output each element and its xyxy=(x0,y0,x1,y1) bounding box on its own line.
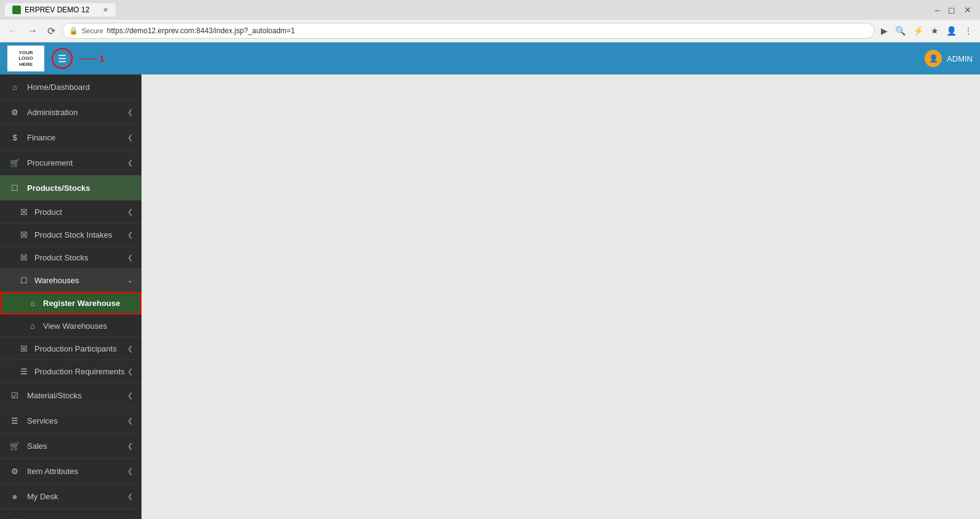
register-house-icon: ⌂ xyxy=(27,297,38,308)
app-header: YOUR LOGO HERE ☰ ─── 1 👤 ADMIN xyxy=(0,42,980,74)
more-button[interactable]: ⋮ xyxy=(962,25,975,37)
hamburger-button[interactable]: ☰ xyxy=(52,48,73,69)
sidebar-item-view-warehouses[interactable]: ⌂ View Warehouses xyxy=(0,315,141,337)
logo-text: YOUR LOGO HERE xyxy=(18,50,33,68)
box-icon: ☐ xyxy=(9,182,21,194)
sidebar: ⌂ Home/Dashboard ⚙ Administration ❮ $ Fi… xyxy=(0,74,141,519)
sidebar-label-home: Home/Dashboard xyxy=(27,82,133,92)
arrow-icon-my-desk: ❮ xyxy=(127,493,133,501)
sidebar-item-register-warehouse[interactable]: ⌂ Register Warehouse ─── 4 xyxy=(0,292,141,315)
sidebar-label-production-requirements: Production Requirements xyxy=(34,367,125,376)
sidebar-item-material-stocks[interactable]: ☑ Material/Stocks ❮ xyxy=(0,383,141,408)
sidebar-label-products-stocks: Products/Stocks xyxy=(27,183,133,193)
sidebar-item-production-participants[interactable]: ☒ Production Participants ❮ xyxy=(0,337,141,360)
url-text: https://demo12.erprev.com:8443/index.jsp… xyxy=(107,26,295,35)
warehouse-icon: ☐ xyxy=(18,275,30,286)
arrow-icon-warehouses: ⌄ xyxy=(127,276,133,284)
arrow-icon-administration: ❮ xyxy=(127,108,133,116)
secure-label: Secure xyxy=(82,27,103,34)
arrow-icon-requirements: ❮ xyxy=(127,368,133,376)
arrow-icon-services: ❮ xyxy=(127,417,133,425)
arrow-icon-stocks: ❮ xyxy=(127,254,133,262)
sidebar-item-services[interactable]: ☰ Services ❮ xyxy=(0,408,141,433)
admin-label: ADMIN xyxy=(947,54,973,63)
admin-avatar: 👤 xyxy=(925,50,942,67)
back-button[interactable]: ← xyxy=(5,24,21,38)
sidebar-label-my-desk: My Desk xyxy=(27,492,127,501)
sidebar-label-product-stock-intakes: Product Stock Intakes xyxy=(34,230,112,239)
sidebar-label-finance: Finance xyxy=(27,133,127,142)
sidebar-item-my-desk[interactable]: ⎈ My Desk ❮ xyxy=(0,484,141,509)
sidebar-item-procurement[interactable]: 🛒 Procurement ❮ xyxy=(0,150,141,175)
sidebar-item-product-stock-intakes[interactable]: ☒ Product Stock Intakes ❮ xyxy=(0,223,141,246)
sidebar-label-product-stocks: Product Stocks xyxy=(34,253,88,262)
arrow-icon-attributes: ❮ xyxy=(127,467,133,475)
modules-icon: ☷ xyxy=(9,515,21,519)
sidebar-item-product[interactable]: ☒ Product ❮ xyxy=(0,201,141,223)
arrow-icon-material: ❮ xyxy=(127,392,133,400)
window-restore[interactable]: ◻ xyxy=(944,4,959,16)
tab-close[interactable]: ✕ xyxy=(103,6,108,14)
participants-icon: ☒ xyxy=(18,343,30,354)
settings-icon: ⚙ xyxy=(9,106,21,118)
extension-button[interactable]: ⚡ xyxy=(910,25,926,37)
sidebar-label-warehouses: Warehouses xyxy=(34,276,79,285)
app-body: ⌂ Home/Dashboard ⚙ Administration ❮ $ Fi… xyxy=(0,74,980,519)
sidebar-item-custom-modules[interactable]: ☷ Custom Modules ❮ xyxy=(0,509,141,519)
main-content xyxy=(141,74,980,519)
finance-icon: $ xyxy=(9,131,21,143)
browser-actions: ▶ 🔍 ⚡ ★ 👤 ⋮ xyxy=(878,25,975,37)
material-icon: ☑ xyxy=(9,389,21,401)
sidebar-item-item-attributes[interactable]: ⚙ Item Attributes ❮ xyxy=(0,459,141,484)
sidebar-label-services: Services xyxy=(27,416,127,425)
sidebar-label-material-stocks: Material/Stocks xyxy=(27,391,127,400)
window-close[interactable]: ✕ xyxy=(960,4,975,16)
sidebar-label-view-warehouses: View Warehouses xyxy=(43,321,107,331)
browser-tab[interactable]: ERPREV DEMO 12 ✕ xyxy=(5,3,116,17)
sidebar-label-administration: Administration xyxy=(27,108,127,117)
browser-title-bar: ERPREV DEMO 12 ✕ – ◻ ✕ xyxy=(0,0,980,20)
sidebar-item-sales[interactable]: 🛒 Sales ❮ xyxy=(0,433,141,459)
bookmark-button[interactable]: ★ xyxy=(928,25,941,37)
sales-icon: 🛒 xyxy=(9,440,21,452)
product-icon: ☒ xyxy=(18,206,30,217)
sidebar-label-production-participants: Production Participants xyxy=(34,344,117,353)
desk-icon: ⎈ xyxy=(9,490,21,502)
procurement-icon: 🛒 xyxy=(9,156,21,169)
zoom-button[interactable]: 🔍 xyxy=(893,25,908,37)
sidebar-label-procurement: Procurement xyxy=(27,158,127,167)
sidebar-label-custom-modules: Custom Modules xyxy=(27,517,127,520)
cast-button[interactable]: ▶ xyxy=(878,25,890,37)
secure-icon: 🔒 xyxy=(69,26,78,35)
profile-button[interactable]: 👤 xyxy=(944,25,959,37)
logo-box: YOUR LOGO HERE xyxy=(7,46,44,71)
forward-button[interactable]: → xyxy=(25,24,41,38)
arrow-icon-finance: ❮ xyxy=(127,134,133,142)
sidebar-item-production-requirements[interactable]: ☰ Production Requirements ❮ xyxy=(0,360,141,383)
browser-chrome: ERPREV DEMO 12 ✕ – ◻ ✕ ← → ⟳ 🔒 Secure ht… xyxy=(0,0,980,42)
home-icon: ⌂ xyxy=(9,81,21,93)
annotation-1: ─── 1 xyxy=(79,54,104,63)
arrow-icon-sales: ❮ xyxy=(127,442,133,450)
reload-button[interactable]: ⟳ xyxy=(44,24,58,38)
sidebar-item-finance[interactable]: $ Finance ❮ xyxy=(0,125,141,150)
intake-icon: ☒ xyxy=(18,229,30,240)
sidebar-label-sales: Sales xyxy=(27,441,127,451)
arrow-icon-intakes: ❮ xyxy=(127,231,133,239)
sidebar-item-warehouses[interactable]: ☐ Warehouses ⌄ ─── 3 xyxy=(0,269,141,292)
arrow-icon-procurement: ❮ xyxy=(127,159,133,167)
browser-nav-bar: ← → ⟳ 🔒 Secure https://demo12.erprev.com… xyxy=(0,20,980,42)
view-house-icon: ⌂ xyxy=(27,320,38,331)
stocks-icon: ☒ xyxy=(18,252,30,263)
window-controls: – ◻ ✕ xyxy=(931,4,975,16)
app-container: YOUR LOGO HERE ☰ ─── 1 👤 ADMIN ⌂ Home/Da… xyxy=(0,42,980,519)
tab-favicon xyxy=(12,6,21,14)
sidebar-item-home[interactable]: ⌂ Home/Dashboard xyxy=(0,74,141,100)
arrow-icon-product: ❮ xyxy=(127,208,133,216)
sidebar-label-item-attributes: Item Attributes xyxy=(27,467,127,476)
window-minimize[interactable]: – xyxy=(931,4,943,16)
sidebar-item-administration[interactable]: ⚙ Administration ❮ xyxy=(0,100,141,125)
sidebar-item-product-stocks[interactable]: ☒ Product Stocks ❮ xyxy=(0,246,141,269)
address-bar[interactable]: 🔒 Secure https://demo12.erprev.com:8443/… xyxy=(62,23,875,39)
sidebar-item-products-stocks[interactable]: ☐ Products/Stocks ─── 2 xyxy=(0,175,141,201)
